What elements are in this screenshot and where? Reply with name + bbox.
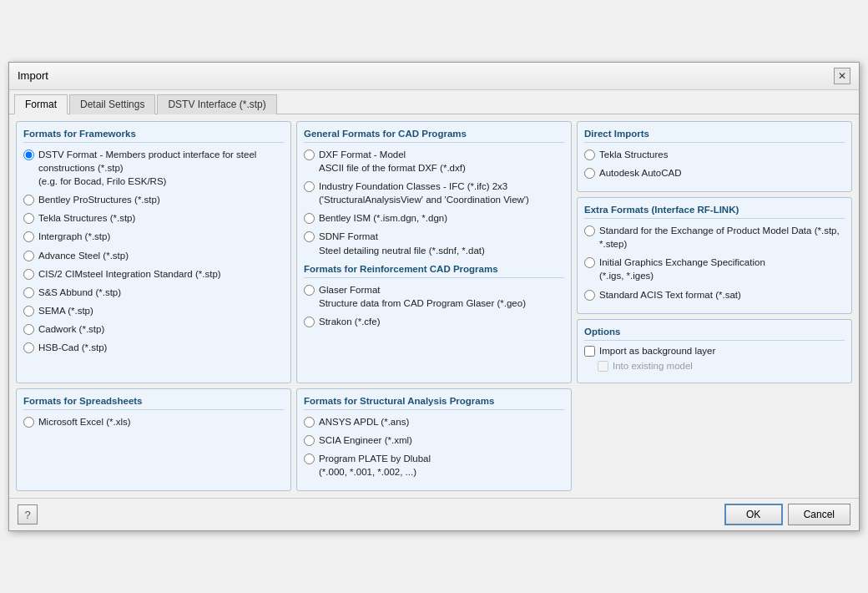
- excel-label: Microsoft Excel (*.xls): [38, 415, 131, 428]
- spreadsheets-title: Formats for Spreadsheets: [23, 396, 284, 410]
- extra-formats-title: Extra Formats (Interface RF-LINK): [584, 205, 845, 219]
- import-dialog: Import ✕ Format Detail Settings DSTV Int…: [8, 62, 860, 531]
- plate-label: Program PLATE by Dlubal(*.000, *.001, *.…: [319, 452, 431, 479]
- cad-general-title: General Formats for CAD Programs: [304, 129, 564, 143]
- options-title: Options: [584, 327, 845, 341]
- options-panel: Options Import as background layer Into …: [577, 319, 852, 383]
- strakon-label: Strakon (*.cfe): [319, 315, 381, 328]
- list-item: SDNF FormatSteel detailing neutral file …: [304, 230, 564, 256]
- cadwork-radio[interactable]: [23, 324, 34, 335]
- list-item: Tekla Structures: [584, 148, 845, 161]
- advance-steel-radio[interactable]: [23, 251, 34, 261]
- import-bg-label: Import as background layer: [599, 346, 715, 356]
- import-bg-item: Import as background layer: [584, 346, 845, 357]
- strakon-radio[interactable]: [304, 317, 315, 327]
- cad-general-panel: General Formats for CAD Programs DXF For…: [296, 121, 572, 383]
- ifc-radio[interactable]: [304, 181, 315, 192]
- list-item: Industry Foundation Classes - IFC (*.ifc…: [304, 180, 564, 206]
- list-item: ANSYS APDL (*.ans): [304, 415, 564, 428]
- direct-imports-panel: Direct Imports Tekla Structures Autodesk…: [577, 121, 852, 192]
- step-radio[interactable]: [584, 226, 595, 236]
- scia-label: SCIA Engineer (*.xml): [319, 433, 412, 447]
- ss-abbund-label: S&S Abbund (*.stp): [38, 286, 121, 299]
- list-item: Advance Steel (*.stp): [23, 249, 284, 262]
- ansys-radio[interactable]: [304, 417, 315, 428]
- frameworks-title: Formats for Frameworks: [23, 129, 284, 143]
- tekla-direct-label: Tekla Structures: [599, 148, 668, 161]
- into-existing-item: Into existing model: [584, 361, 845, 372]
- tekla-stp-radio[interactable]: [23, 213, 34, 224]
- plate-radio[interactable]: [304, 454, 315, 464]
- tab-detail-settings[interactable]: Detail Settings: [69, 94, 155, 114]
- tekla-direct-radio[interactable]: [584, 150, 595, 160]
- frameworks-panel: Formats for Frameworks DSTV Format - Mem…: [16, 121, 291, 383]
- dialog-footer: ? OK Cancel: [9, 498, 859, 530]
- scia-radio[interactable]: [304, 435, 315, 446]
- into-existing-label: Into existing model: [613, 361, 693, 371]
- bentley-ism-radio[interactable]: [304, 213, 315, 224]
- list-item: Program PLATE by Dlubal(*.000, *.001, *.…: [304, 452, 564, 479]
- tab-dstv-interface[interactable]: DSTV Interface (*.stp): [157, 94, 276, 114]
- list-item: Strakon (*.cfe): [304, 315, 564, 328]
- list-item: CIS/2 CIMsteel Integration Standard (*.s…: [23, 267, 284, 281]
- into-existing-checkbox[interactable]: [598, 361, 608, 372]
- list-item: Bentley ProStructures (*.stp): [23, 193, 284, 206]
- hsb-cad-radio[interactable]: [23, 342, 34, 353]
- bentley-pro-radio[interactable]: [23, 195, 34, 205]
- structural-panel: Formats for Structural Analysis Programs…: [296, 388, 572, 491]
- list-item: Autodesk AutoCAD: [584, 166, 845, 180]
- intergraph-label: Intergraph (*.stp): [38, 230, 110, 243]
- dstv-format-radio[interactable]: [23, 150, 34, 160]
- list-item: Intergraph (*.stp): [23, 230, 284, 243]
- cis2-radio[interactable]: [23, 269, 34, 280]
- glaser-label: Glaser FormatStructure data from CAD Pro…: [319, 283, 526, 310]
- direct-imports-title: Direct Imports: [584, 129, 845, 143]
- structural-title: Formats for Structural Analysis Programs: [304, 396, 564, 410]
- list-item: Cadwork (*.stp): [23, 322, 284, 336]
- list-item: SCIA Engineer (*.xml): [304, 433, 564, 447]
- list-item: DSTV Format - Members product interface …: [23, 148, 284, 188]
- footer-buttons: OK Cancel: [724, 504, 850, 525]
- iges-label: Initial Graphics Exchange Specification(…: [599, 256, 765, 282]
- list-item: Bentley ISM (*.ism.dgn, *.dgn): [304, 211, 564, 225]
- autocad-radio[interactable]: [584, 168, 595, 179]
- list-item: Standard ACIS Text format (*.sat): [584, 288, 845, 302]
- autocad-label: Autodesk AutoCAD: [599, 166, 681, 180]
- help-button[interactable]: ?: [18, 504, 38, 525]
- extra-formats-panel: Extra Formats (Interface RF-LINK) Standa…: [577, 197, 852, 313]
- intergraph-radio[interactable]: [23, 231, 34, 242]
- acis-label: Standard ACIS Text format (*.sat): [599, 288, 741, 302]
- cis2-label: CIS/2 CIMsteel Integration Standard (*.s…: [38, 267, 221, 281]
- spreadsheets-panel: Formats for Spreadsheets Microsoft Excel…: [16, 388, 291, 491]
- list-item: S&S Abbund (*.stp): [23, 286, 284, 299]
- ss-abbund-radio[interactable]: [23, 287, 34, 298]
- col3-row2-empty: [577, 388, 852, 491]
- list-item: Standard for the Exchange of Product Mod…: [584, 224, 845, 251]
- list-item: Initial Graphics Exchange Specification(…: [584, 256, 845, 282]
- cad-reinforcement-title: Formats for Reinforcement CAD Programs: [304, 264, 564, 278]
- tab-format[interactable]: Format: [14, 94, 68, 114]
- dxf-radio[interactable]: [304, 150, 315, 160]
- tab-bar: Format Detail Settings DSTV Interface (*…: [9, 90, 859, 114]
- sema-radio[interactable]: [23, 306, 34, 317]
- list-item: DXF Format - ModelASCII file of the form…: [304, 148, 564, 175]
- iges-radio[interactable]: [584, 257, 595, 268]
- excel-radio[interactable]: [23, 417, 34, 428]
- dialog-title: Import: [18, 69, 48, 82]
- hsb-cad-label: HSB-Cad (*.stp): [38, 341, 107, 354]
- cadwork-label: Cadwork (*.stp): [38, 322, 104, 336]
- glaser-radio[interactable]: [304, 285, 315, 296]
- list-item: HSB-Cad (*.stp): [23, 341, 284, 354]
- ansys-label: ANSYS APDL (*.ans): [319, 415, 409, 428]
- tab-content: Formats for Frameworks DSTV Format - Mem…: [9, 114, 859, 498]
- close-button[interactable]: ✕: [834, 68, 850, 84]
- ok-button[interactable]: OK: [724, 504, 783, 525]
- import-bg-checkbox[interactable]: [584, 346, 595, 357]
- sdnf-radio[interactable]: [304, 231, 315, 242]
- cancel-button[interactable]: Cancel: [788, 504, 850, 525]
- acis-radio[interactable]: [584, 290, 595, 301]
- list-item: Tekla Structures (*.stp): [23, 211, 284, 225]
- ifc-label: Industry Foundation Classes - IFC (*.ifc…: [319, 180, 529, 206]
- dxf-label: DXF Format - ModelASCII file of the form…: [319, 148, 466, 175]
- sdnf-label: SDNF FormatSteel detailing neutral file …: [319, 230, 485, 256]
